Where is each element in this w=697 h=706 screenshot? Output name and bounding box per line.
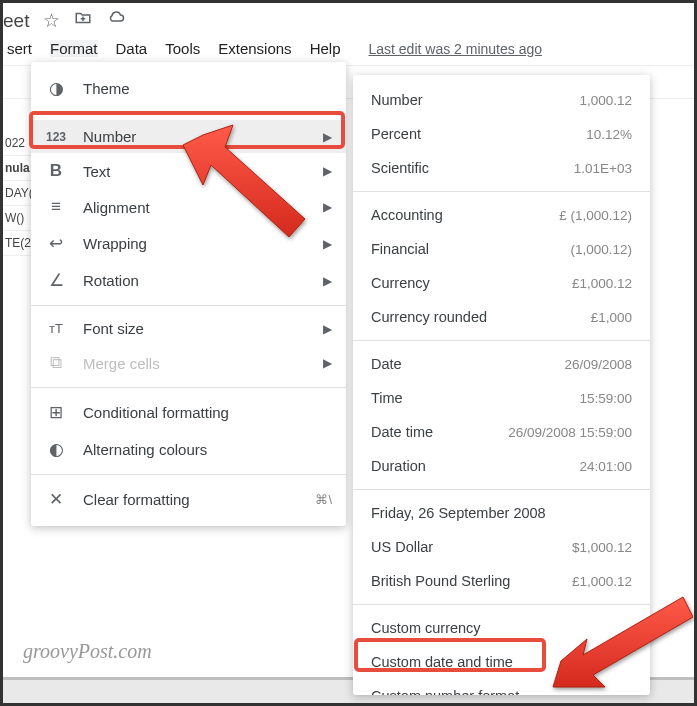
submenu-label: Percent bbox=[371, 126, 421, 142]
submenu-example: £ (1,000.12) bbox=[559, 208, 632, 223]
submenu-label: Currency rounded bbox=[371, 309, 487, 325]
menu-item-alignment[interactable]: ≡ Alignment ▶ bbox=[31, 189, 346, 225]
menu-label: Text bbox=[83, 163, 111, 180]
submenu-item-currency[interactable]: Currency £1,000.12 bbox=[353, 266, 650, 300]
doc-title-fragment[interactable]: eet bbox=[3, 10, 29, 32]
submenu-label: Currency bbox=[371, 275, 430, 291]
submenu-item-datetime[interactable]: Date time 26/09/2008 15:59:00 bbox=[353, 415, 650, 449]
submenu-item-percent[interactable]: Percent 10.12% bbox=[353, 117, 650, 151]
submenu-label: British Pound Sterling bbox=[371, 573, 510, 589]
star-icon[interactable]: ☆ bbox=[43, 9, 60, 32]
submenu-item-currency-rounded[interactable]: Currency rounded £1,000 bbox=[353, 300, 650, 334]
menu-item-alternating-colours[interactable]: ◐ Alternating colours bbox=[31, 431, 346, 468]
submenu-arrow-icon: ▶ bbox=[323, 237, 332, 251]
submenu-label: Date bbox=[371, 356, 402, 372]
menu-help[interactable]: Help bbox=[310, 40, 341, 57]
submenu-item-duration[interactable]: Duration 24:01:00 bbox=[353, 449, 650, 483]
submenu-arrow-icon: ▶ bbox=[323, 356, 332, 370]
menu-item-clear-formatting[interactable]: ✕ Clear formatting ⌘\ bbox=[31, 481, 346, 518]
submenu-item-custom-datetime[interactable]: Custom date and time bbox=[353, 645, 650, 679]
submenu-example: 26/09/2008 15:59:00 bbox=[508, 425, 632, 440]
submenu-item-long-date[interactable]: Friday, 26 September 2008 bbox=[353, 496, 650, 530]
submenu-item-scientific[interactable]: Scientific 1.01E+03 bbox=[353, 151, 650, 185]
submenu-label: Custom number format bbox=[371, 688, 519, 695]
submenu-label: Time bbox=[371, 390, 403, 406]
menu-tools[interactable]: Tools bbox=[165, 40, 200, 57]
menu-insert[interactable]: sert bbox=[7, 40, 32, 57]
rotation-icon: ∠ bbox=[45, 270, 67, 291]
submenu-label: Custom currency bbox=[371, 620, 481, 636]
submenu-example: 1,000.12 bbox=[579, 93, 632, 108]
submenu-label: Scientific bbox=[371, 160, 429, 176]
watermark: groovyPost.com bbox=[23, 640, 152, 663]
submenu-item-gbp[interactable]: British Pound Sterling £1,000.12 bbox=[353, 564, 650, 598]
menu-label: Rotation bbox=[83, 272, 139, 289]
menu-item-number[interactable]: 123 Number ▶ bbox=[31, 120, 346, 153]
menu-label: Number bbox=[83, 128, 136, 145]
menu-data[interactable]: Data bbox=[116, 40, 148, 57]
submenu-label: Custom date and time bbox=[371, 654, 513, 670]
align-icon: ≡ bbox=[45, 197, 67, 217]
submenu-item-time[interactable]: Time 15:59:00 bbox=[353, 381, 650, 415]
submenu-label: Friday, 26 September 2008 bbox=[371, 505, 546, 521]
clear-format-icon: ✕ bbox=[45, 489, 67, 510]
menu-label: Font size bbox=[83, 320, 144, 337]
submenu-item-number[interactable]: Number 1,000.12 bbox=[353, 83, 650, 117]
submenu-arrow-icon: ▶ bbox=[323, 200, 332, 214]
submenu-example: $1,000.12 bbox=[572, 540, 632, 555]
keyboard-shortcut: ⌘\ bbox=[315, 492, 332, 507]
menu-label: Conditional formatting bbox=[83, 404, 229, 421]
merge-icon: ⧉ bbox=[45, 353, 67, 373]
submenu-arrow-icon: ▶ bbox=[323, 322, 332, 336]
submenu-item-accounting[interactable]: Accounting £ (1,000.12) bbox=[353, 198, 650, 232]
submenu-example: 1.01E+03 bbox=[574, 161, 632, 176]
submenu-example: 24:01:00 bbox=[579, 459, 632, 474]
submenu-example: £1,000 bbox=[591, 310, 632, 325]
last-edit-link[interactable]: Last edit was 2 minutes ago bbox=[368, 41, 542, 57]
submenu-label: Financial bbox=[371, 241, 429, 257]
menu-label: Theme bbox=[83, 80, 130, 97]
alternating-icon: ◐ bbox=[45, 439, 67, 460]
submenu-arrow-icon: ▶ bbox=[323, 274, 332, 288]
submenu-item-us-dollar[interactable]: US Dollar $1,000.12 bbox=[353, 530, 650, 564]
menu-item-text[interactable]: B Text ▶ bbox=[31, 153, 346, 189]
bold-icon: B bbox=[45, 161, 67, 181]
menu-label: Clear formatting bbox=[83, 491, 190, 508]
format-dropdown: ◑ Theme 123 Number ▶ B Text ▶ ≡ Alignmen… bbox=[31, 62, 346, 526]
submenu-label: Number bbox=[371, 92, 423, 108]
submenu-example: 15:59:00 bbox=[579, 391, 632, 406]
menu-item-font-size[interactable]: тT Font size ▶ bbox=[31, 312, 346, 345]
cloud-status-icon[interactable] bbox=[106, 9, 126, 32]
menu-format[interactable]: Format bbox=[50, 40, 98, 57]
number-icon: 123 bbox=[45, 130, 67, 144]
menu-label: Wrapping bbox=[83, 235, 147, 252]
theme-icon: ◑ bbox=[45, 78, 67, 99]
submenu-example: 26/09/2008 bbox=[564, 357, 632, 372]
submenu-example: £1,000.12 bbox=[572, 574, 632, 589]
submenu-item-date[interactable]: Date 26/09/2008 bbox=[353, 347, 650, 381]
menu-item-theme[interactable]: ◑ Theme bbox=[31, 70, 346, 107]
menu-item-conditional-formatting[interactable]: ⊞ Conditional formatting bbox=[31, 394, 346, 431]
submenu-arrow-icon: ▶ bbox=[323, 130, 332, 144]
number-submenu: Number 1,000.12 Percent 10.12% Scientifi… bbox=[353, 75, 650, 695]
menu-item-wrapping[interactable]: ↩ Wrapping ▶ bbox=[31, 225, 346, 262]
move-folder-icon[interactable] bbox=[74, 9, 92, 32]
submenu-label: Duration bbox=[371, 458, 426, 474]
submenu-label: Date time bbox=[371, 424, 433, 440]
wrap-icon: ↩ bbox=[45, 233, 67, 254]
menu-label: Alternating colours bbox=[83, 441, 207, 458]
submenu-example: 10.12% bbox=[586, 127, 632, 142]
menu-item-merge-cells: ⧉ Merge cells ▶ bbox=[31, 345, 346, 381]
submenu-item-custom-currency[interactable]: Custom currency bbox=[353, 611, 650, 645]
menu-extensions[interactable]: Extensions bbox=[218, 40, 291, 57]
submenu-item-custom-number[interactable]: Custom number format bbox=[353, 679, 650, 695]
conditional-icon: ⊞ bbox=[45, 402, 67, 423]
submenu-label: US Dollar bbox=[371, 539, 433, 555]
submenu-item-financial[interactable]: Financial (1,000.12) bbox=[353, 232, 650, 266]
menu-label: Alignment bbox=[83, 199, 150, 216]
submenu-arrow-icon: ▶ bbox=[323, 164, 332, 178]
titlebar: eet ☆ bbox=[3, 3, 694, 36]
submenu-example: (1,000.12) bbox=[570, 242, 632, 257]
menu-label: Merge cells bbox=[83, 355, 160, 372]
menu-item-rotation[interactable]: ∠ Rotation ▶ bbox=[31, 262, 346, 299]
